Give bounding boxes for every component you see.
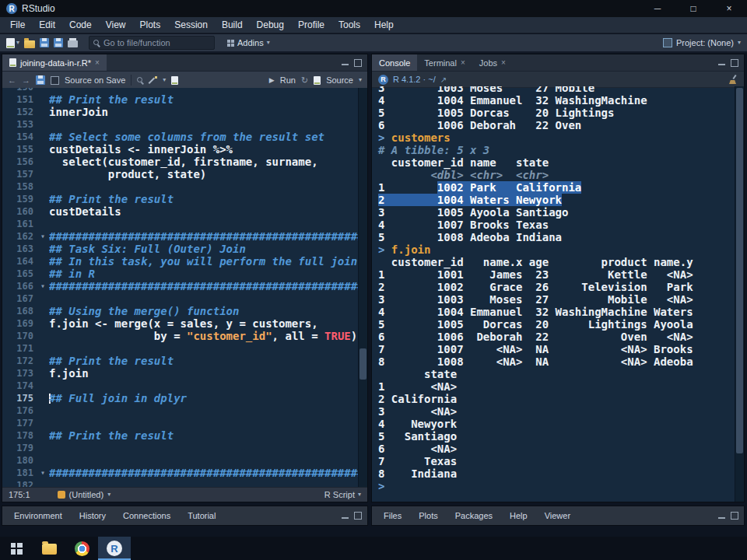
taskbar-start-button[interactable] — [0, 537, 33, 560]
file-type-selector[interactable]: R Script ▾ — [324, 490, 361, 499]
code-line-160[interactable]: 160custDetails — [2, 205, 367, 218]
tab-connections[interactable]: Connections — [114, 506, 179, 525]
code-tools-icon[interactable] — [149, 76, 157, 85]
save-icon[interactable] — [36, 75, 45, 85]
open-file-button[interactable] — [24, 38, 35, 48]
code-line-173[interactable]: 173f.join — [2, 367, 367, 380]
code-line-162[interactable]: 162▾####################################… — [2, 230, 367, 243]
tab-viewer[interactable]: Viewer — [536, 506, 579, 525]
code-line-150[interactable]: 150 — [2, 88, 367, 93]
code-line-153[interactable]: 153 — [2, 118, 367, 131]
taskbar-chrome-button[interactable] — [65, 537, 98, 560]
code-line-171[interactable]: 171 — [2, 342, 367, 355]
menu-view[interactable]: View — [99, 17, 133, 33]
tab-files[interactable]: Files — [375, 506, 410, 525]
r-version-path[interactable]: R 4.1.2 · ~/ — [393, 75, 436, 84]
close-tab-icon[interactable]: × — [501, 58, 506, 67]
maximize-pane-icon[interactable] — [731, 512, 738, 520]
back-icon[interactable]: ← — [8, 75, 16, 85]
console-output[interactable]: 3 1003 Moses 27 Mobile4 1004 Emmanuel 32… — [372, 86, 744, 502]
code-line-164[interactable]: 164## In this task, you will perform the… — [2, 255, 367, 268]
menu-code[interactable]: Code — [62, 17, 99, 33]
code-line-169[interactable]: 169f.join <- merge(x = sales, y = custom… — [2, 317, 367, 330]
tab-plots[interactable]: Plots — [410, 506, 446, 525]
tab-history[interactable]: History — [71, 506, 114, 525]
menu-build[interactable]: Build — [215, 17, 250, 33]
code-line-151[interactable]: 151## Print the result — [2, 93, 367, 106]
close-tab-icon[interactable]: × — [461, 58, 465, 67]
menu-debug[interactable]: Debug — [250, 17, 291, 33]
code-line-165[interactable]: 165## in R — [2, 268, 367, 280]
maximize-pane-icon[interactable] — [354, 59, 362, 67]
menu-profile[interactable]: Profile — [291, 17, 331, 33]
menu-file[interactable]: File — [3, 17, 32, 33]
code-line-158[interactable]: 158 — [2, 180, 367, 193]
tab-terminal[interactable]: Terminal× — [417, 54, 472, 71]
forward-icon[interactable]: → — [22, 75, 30, 85]
tab-console[interactable]: Console — [372, 54, 417, 71]
section-selector[interactable]: (Untitled) ▾ — [58, 490, 111, 499]
save-all-button[interactable] — [54, 38, 63, 47]
addins-button[interactable]: Addins ▾ — [227, 38, 270, 47]
goto-file-function-input[interactable]: Go to file/function — [89, 36, 215, 50]
maximize-pane-icon[interactable] — [354, 512, 362, 520]
source-button[interactable]: Source — [326, 75, 353, 85]
tab-packages[interactable]: Packages — [447, 506, 501, 525]
rerun-icon[interactable]: ↻ — [301, 75, 308, 86]
menu-plots[interactable]: Plots — [133, 17, 168, 33]
clear-console-icon[interactable] — [728, 75, 738, 84]
code-line-159[interactable]: 159## Print the result — [2, 193, 367, 205]
code-line-168[interactable]: 168## Using the merge() function — [2, 305, 367, 317]
fold-arrow-icon[interactable]: ▾ — [37, 230, 49, 243]
editor-scrollbar[interactable] — [358, 88, 367, 488]
project-selector[interactable]: Project: (None) ▾ — [663, 38, 741, 47]
minimize-button[interactable]: ─ — [640, 0, 675, 17]
code-line-178[interactable]: 178## Print the result — [2, 429, 367, 442]
console-scrollbar-thumb[interactable] — [736, 88, 743, 453]
taskbar-rstudio-button[interactable]: R — [98, 537, 131, 560]
code-line-161[interactable]: 161 — [2, 218, 367, 230]
code-line-172[interactable]: 172## Print the result — [2, 355, 367, 367]
tab-environment[interactable]: Environment — [5, 506, 71, 525]
print-button[interactable] — [68, 38, 78, 47]
tab-jobs[interactable]: Jobs× — [472, 54, 513, 71]
maximize-pane-icon[interactable] — [731, 59, 738, 67]
tab-tutorial[interactable]: Tutorial — [179, 506, 224, 525]
menu-help[interactable]: Help — [367, 17, 401, 33]
taskbar-file-explorer-button[interactable] — [33, 537, 65, 560]
close-tab-icon[interactable]: × — [95, 58, 100, 67]
run-button[interactable]: Run — [280, 75, 296, 85]
maximize-button[interactable]: □ — [675, 0, 711, 17]
code-line-174[interactable]: 174 — [2, 380, 367, 392]
code-line-163[interactable]: 163## Task Six: Full (Outer) Join — [2, 243, 367, 255]
code-line-176[interactable]: 176 — [2, 404, 367, 417]
new-file-button[interactable]: ▾ — [6, 38, 19, 48]
editor-scrollbar-thumb[interactable] — [359, 348, 366, 380]
minimize-pane-icon[interactable] — [342, 513, 349, 520]
fold-arrow-icon[interactable]: ▾ — [37, 467, 49, 479]
code-line-156[interactable]: 156 select(customer_id, firstname, surna… — [2, 156, 367, 168]
minimize-pane-icon[interactable] — [718, 513, 725, 520]
code-line-157[interactable]: 157 product, state) — [2, 168, 367, 180]
code-line-180[interactable]: 180 — [2, 454, 367, 467]
console-scrollbar[interactable] — [735, 86, 744, 502]
code-line-177[interactable]: 177 — [2, 417, 367, 429]
tab-help[interactable]: Help — [501, 506, 536, 525]
code-line-166[interactable]: 166▾####################################… — [2, 280, 367, 292]
code-line-154[interactable]: 154## Select some columns from the resul… — [2, 131, 367, 143]
find-replace-icon[interactable] — [137, 77, 143, 83]
code-editor[interactable]: 150151## Print the result152innerJoin153… — [2, 88, 367, 488]
external-link-icon[interactable]: ↗ — [440, 75, 447, 84]
code-line-175[interactable]: 175## Full join in dplyr — [2, 392, 367, 404]
code-line-155[interactable]: 155custDetails <- innerJoin %>% — [2, 143, 367, 156]
source-on-save-checkbox[interactable] — [51, 76, 59, 85]
menu-edit[interactable]: Edit — [32, 17, 62, 33]
menu-session[interactable]: Session — [167, 17, 215, 33]
minimize-pane-icon[interactable] — [342, 59, 349, 66]
menu-tools[interactable]: Tools — [331, 17, 367, 33]
compile-report-icon[interactable] — [171, 76, 178, 85]
tab-source-file[interactable]: joining-data-in-r.R* × — [2, 54, 107, 71]
close-button[interactable]: × — [711, 0, 747, 17]
fold-arrow-icon[interactable]: ▾ — [37, 280, 49, 292]
minimize-pane-icon[interactable] — [718, 59, 725, 66]
